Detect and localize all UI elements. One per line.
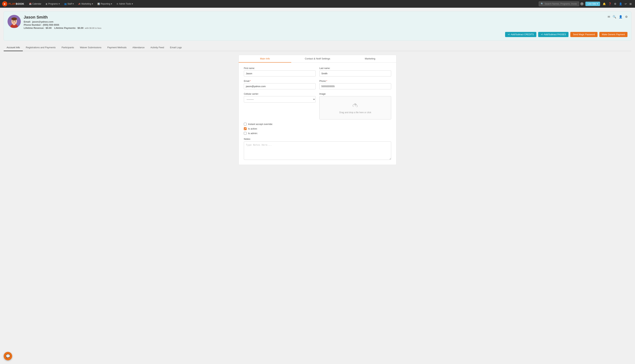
live-site-button[interactable]: Live Site ▾	[585, 2, 600, 6]
email-input[interactable]	[244, 83, 316, 89]
send-magic-password-button[interactable]: Send Magic Password	[570, 32, 597, 37]
is-active-checkbox[interactable]	[244, 127, 247, 130]
inner-tab-main-info[interactable]: Main Info	[239, 55, 291, 62]
last-name-input[interactable]	[319, 70, 391, 76]
carrier-image-row: Cellular carrier: --------- AT&T Verizon…	[244, 93, 391, 120]
first-name-group: First name:	[244, 67, 316, 76]
is-active-label: Is active:	[248, 127, 257, 130]
tab-participants[interactable]: Participants	[59, 44, 77, 51]
tab-registrations[interactable]: Registrations and Payments	[23, 44, 59, 51]
phone-label: Phone:*	[319, 80, 391, 82]
nav-reporting[interactable]: 📊 Reporting ▾	[96, 0, 114, 8]
cellular-carrier-group: Cellular carrier: --------- AT&T Verizon…	[244, 93, 316, 120]
is-admin-checkbox[interactable]	[244, 132, 247, 135]
add-subtract-credits-button[interactable]: +/- Add/Subtract CREDITS	[505, 32, 536, 37]
svg-point-5	[13, 21, 14, 22]
last-name-group: Last name:	[319, 67, 391, 76]
user-edit-icon[interactable]: 👤	[618, 14, 623, 19]
search-input[interactable]	[545, 2, 577, 5]
is-admin-label: Is admin:	[248, 132, 258, 135]
svg-point-6	[15, 21, 16, 22]
history-button[interactable]: ↩	[623, 1, 628, 6]
inner-tab-contact-notif[interactable]: Contact & Notif Settings	[291, 55, 344, 62]
notes-label: Notes:	[244, 138, 391, 140]
profile-bottom-actions: +/- Add/Subtract CREDITS +/- Add/Subtrac…	[8, 32, 627, 37]
email-icon[interactable]: ✉	[607, 14, 610, 19]
avatar	[8, 15, 21, 28]
tab-activity-feed[interactable]: Activity Feed	[147, 44, 167, 51]
email-group: Email:*	[244, 80, 316, 89]
logo-text: PLAYBOOK	[9, 2, 24, 5]
make-generic-payment-button[interactable]: Make Generic Payment	[599, 32, 627, 37]
inner-tab-marketing[interactable]: Marketing	[344, 55, 396, 62]
help-badge[interactable]: ?	[580, 2, 583, 6]
last-name-label: Last name:	[319, 67, 391, 70]
marketing-icon: 📣	[78, 3, 81, 5]
upload-text: Drag and drop a file here or click	[323, 111, 387, 114]
add-subtract-passes-button[interactable]: +/- Add/Subtract PASSES	[538, 32, 568, 37]
app-logo[interactable]: ▶ PLAYBOOK	[2, 1, 24, 6]
reporting-icon: 📊	[97, 3, 100, 5]
profile-phone: Phone Number: (555) 555-5555	[24, 24, 627, 26]
settings-button[interactable]: ⚙	[613, 1, 617, 6]
name-row: First name: Last name:	[244, 67, 391, 76]
logo-icon: ▶	[2, 1, 7, 6]
calendar-icon: 📅	[29, 3, 32, 5]
phone-input[interactable]	[319, 83, 391, 89]
upload-icon	[323, 102, 387, 110]
notifications-button[interactable]: 🔔	[601, 1, 607, 6]
first-name-label: First name:	[244, 67, 316, 70]
profile-email: Email: jason@yahoo.com	[24, 20, 627, 23]
nav-staff[interactable]: 👥 Staff ▾	[62, 0, 76, 8]
profile-revenue: Lifetime Revenue: $0.00 Lifetime Payment…	[24, 26, 627, 29]
tab-email-logs[interactable]: Email Logs	[167, 44, 185, 51]
help-button[interactable]: ❓	[607, 1, 612, 6]
notes-textarea[interactable]	[244, 142, 391, 160]
search-profile-icon[interactable]: 🔍	[612, 14, 617, 19]
checkboxes-section: Instant accept override: Is active: Is a…	[244, 123, 391, 135]
email-label: Email:*	[244, 80, 316, 82]
notes-section: Notes:	[244, 138, 391, 160]
search-icon: 🔍	[541, 2, 543, 5]
settings-profile-icon[interactable]: ⚙	[624, 14, 628, 19]
instant-accept-label: Instant accept override:	[248, 123, 273, 126]
tab-attendance[interactable]: Attendance	[130, 44, 147, 51]
profile-top-actions: ✉ 🔍 👤 ⚙	[607, 14, 628, 19]
tab-payment-methods[interactable]: Payment Methods	[104, 44, 130, 51]
first-name-input[interactable]	[244, 70, 316, 76]
nav-programs[interactable]: ◧ Programs ▾	[44, 0, 62, 8]
nav-calendar[interactable]: 📅 Calendar	[27, 0, 43, 8]
nav-admin-tools[interactable]: ⚙ Admin Tools ▾	[115, 0, 135, 8]
image-group: Image: Drag and drop a file here or clic…	[319, 93, 391, 120]
svg-point-4	[12, 18, 17, 20]
tab-waiver[interactable]: Waiver Submissions	[77, 44, 104, 51]
profile-card: Jason Smith Email: jason@yahoo.com Phone…	[4, 12, 631, 40]
user-button[interactable]: 👤	[618, 1, 623, 6]
profile-name: Jason Smith	[24, 15, 627, 20]
admin-icon: ⚙	[116, 3, 118, 5]
email-phone-row: Email:* Phone:*	[244, 80, 391, 89]
image-upload-box[interactable]: Drag and drop a file here or click	[319, 96, 391, 120]
inner-card: Main Info Contact & Notif Settings Marke…	[239, 55, 396, 165]
outer-tabs: Account Info Registrations and Payments …	[4, 44, 631, 51]
apps-button[interactable]: ⊞	[628, 1, 633, 6]
instant-accept-row: Instant accept override:	[244, 123, 391, 126]
nav-marketing[interactable]: 📣 Marketing ▾	[76, 0, 95, 8]
cellular-carrier-select[interactable]: --------- AT&T Verizon T-Mobile Sprint O…	[244, 96, 316, 102]
tab-account-info[interactable]: Account Info	[4, 44, 23, 51]
staff-icon: 👥	[64, 3, 67, 5]
is-active-row: Is active:	[244, 127, 391, 130]
is-admin-row: Is admin:	[244, 132, 391, 135]
cellular-carrier-label: Cellular carrier:	[244, 93, 316, 95]
programs-icon: ◧	[46, 3, 48, 5]
global-search[interactable]: 🔍	[539, 2, 579, 6]
image-label: Image:	[319, 93, 391, 95]
main-info-form: First name: Last name: Email:*	[239, 62, 396, 165]
phone-group: Phone:*	[319, 80, 391, 89]
inner-tabs: Main Info Contact & Notif Settings Marke…	[239, 55, 396, 62]
instant-accept-checkbox[interactable]	[244, 123, 247, 126]
profile-info: Jason Smith Email: jason@yahoo.com Phone…	[24, 15, 627, 30]
